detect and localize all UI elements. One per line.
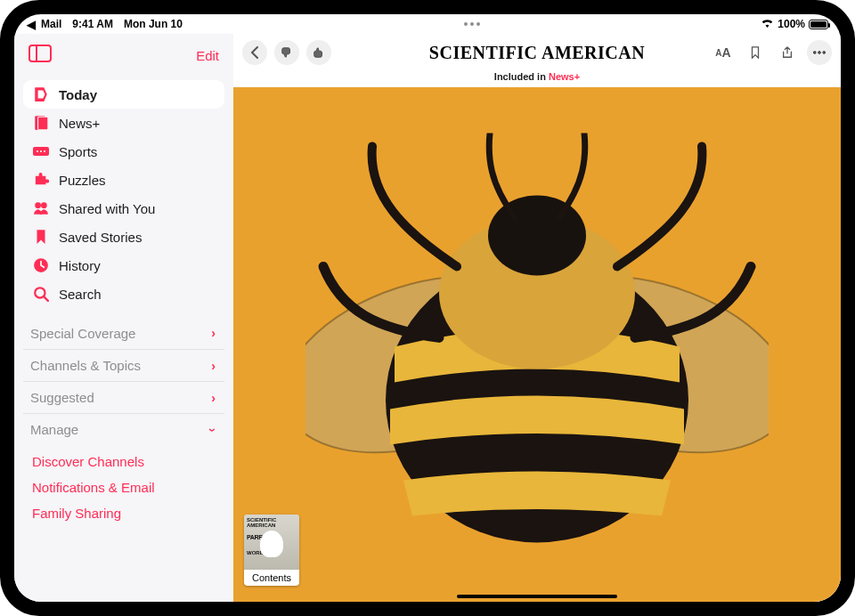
chevron-down-icon: › [207, 427, 221, 432]
battery-icon [809, 20, 828, 29]
battery-percent: 100% [778, 18, 805, 30]
multitasking-dots[interactable] [183, 22, 761, 26]
sidebar-item-history[interactable]: History [23, 251, 224, 280]
manage-notifications-email[interactable]: Notifications & Email [23, 474, 224, 500]
sidebar-item-puzzles[interactable]: Puzzles [23, 166, 224, 194]
svg-point-9 [41, 202, 47, 208]
sidebar: Edit Today News+ Sports [14, 34, 233, 602]
section-label: Special Coverage [30, 326, 135, 341]
section-channels-topics[interactable]: Channels & Topics › [23, 349, 224, 381]
sidebar-item-sports[interactable]: Sports [23, 137, 224, 166]
status-time: 9:41 AM [72, 18, 113, 30]
section-label: Channels & Topics [30, 358, 141, 373]
manage-family-sharing[interactable]: Family Sharing [23, 500, 224, 526]
text-size-button[interactable]: AA [711, 40, 736, 65]
bookmark-icon [32, 228, 50, 246]
shared-icon [32, 199, 50, 217]
chevron-right-icon: › [211, 391, 216, 405]
sidebar-item-label: History [59, 258, 101, 273]
sidebar-item-shared[interactable]: Shared with You [23, 194, 224, 223]
back-to-app-icon[interactable]: ◀ [27, 18, 36, 31]
svg-point-8 [35, 202, 41, 208]
section-special-coverage[interactable]: Special Coverage › [23, 317, 224, 349]
status-date: Mon Jun 10 [124, 18, 183, 30]
svg-line-12 [44, 296, 48, 301]
svg-rect-0 [29, 45, 51, 61]
more-button[interactable] [807, 40, 832, 65]
section-label: Suggested [30, 390, 94, 405]
back-to-app-label[interactable]: Mail [41, 18, 61, 30]
svg-point-6 [40, 150, 42, 152]
ipad-device: ◀ Mail 9:41 AM Mon Jun 10 100% [0, 0, 855, 616]
svg-point-7 [44, 150, 45, 152]
history-icon [32, 256, 50, 274]
content-area: Edit Today News+ Sports [14, 34, 841, 602]
sidebar-item-label: News+ [59, 116, 100, 131]
svg-point-14 [818, 52, 821, 54]
dislike-button[interactable] [274, 40, 299, 65]
article-view: SCIENTIFIC AMERICAN AA Included in News+ [233, 34, 841, 602]
chevron-right-icon: › [211, 326, 216, 340]
puzzle-icon [32, 171, 50, 189]
sidebar-item-search[interactable]: Search [23, 280, 224, 308]
save-bookmark-button[interactable] [743, 40, 768, 65]
sidebar-item-label: Sports [59, 144, 97, 159]
status-bar: ◀ Mail 9:41 AM Mon Jun 10 100% [14, 14, 841, 34]
home-indicator[interactable] [457, 595, 617, 598]
sidebar-item-newsplus[interactable]: News+ [23, 109, 224, 137]
section-label: Manage [30, 422, 78, 437]
search-icon [32, 285, 50, 303]
svg-point-13 [813, 52, 816, 54]
chevron-right-icon: › [211, 359, 216, 373]
sidebar-item-saved[interactable]: Saved Stories [23, 223, 224, 251]
wifi-icon [761, 18, 774, 30]
included-in-badge: Included in News+ [233, 71, 841, 82]
edit-button[interactable]: Edit [196, 48, 219, 63]
sidebar-item-label: Search [59, 287, 102, 302]
sports-icon [32, 142, 50, 160]
like-button[interactable] [306, 40, 331, 65]
svg-point-23 [488, 195, 586, 275]
collapse-sidebar-button[interactable] [28, 45, 52, 66]
today-icon [32, 85, 50, 103]
contents-button[interactable]: SCIENTIFIC AMERICAN PARROTS WORLD Conten… [244, 515, 299, 586]
publication-title: SCIENTIFIC AMERICAN [429, 43, 645, 63]
bee-illustration [305, 133, 769, 596]
manage-discover-channels[interactable]: Discover Channels [23, 449, 224, 474]
sidebar-item-label: Today [59, 87, 97, 102]
issue-cover-thumbnail: SCIENTIFIC AMERICAN PARROTS WORLD [244, 515, 299, 570]
article-hero-image[interactable]: SCIENTIFIC AMERICAN PARROTS WORLD Conten… [233, 87, 841, 602]
contents-label: Contents [252, 570, 291, 586]
back-button[interactable] [242, 40, 267, 65]
sidebar-item-today[interactable]: Today [23, 80, 224, 109]
svg-point-5 [37, 150, 38, 152]
included-prefix: Included in [494, 71, 549, 82]
article-toolbar: SCIENTIFIC AMERICAN AA [233, 34, 841, 71]
svg-rect-3 [38, 117, 48, 130]
svg-point-15 [823, 52, 826, 54]
sidebar-item-label: Puzzles [59, 173, 106, 188]
share-button[interactable] [775, 40, 800, 65]
thumb-title-line2: AMERICAN [247, 523, 297, 528]
newsplus-brand: News+ [549, 71, 580, 82]
section-suggested[interactable]: Suggested › [23, 381, 224, 413]
newsplus-icon [32, 114, 50, 132]
sidebar-item-label: Saved Stories [59, 230, 142, 245]
sidebar-item-label: Shared with You [59, 201, 155, 216]
screen: ◀ Mail 9:41 AM Mon Jun 10 100% [14, 14, 841, 602]
section-manage[interactable]: Manage › [23, 413, 224, 445]
